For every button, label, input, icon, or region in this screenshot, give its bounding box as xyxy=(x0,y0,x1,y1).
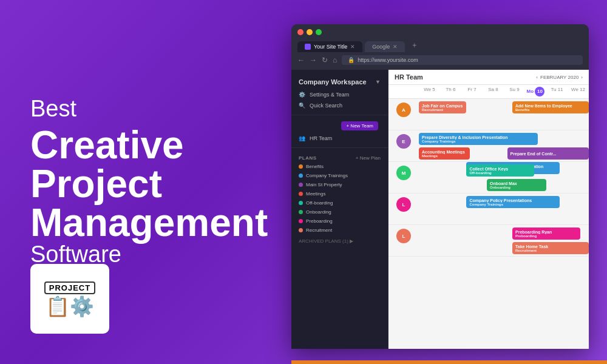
event-block[interactable]: Onboard Max Onboarding xyxy=(487,179,546,191)
calendar-row-content: Collect Office Keys Off-boarding Onboard… xyxy=(419,162,589,193)
plan-color-dot xyxy=(299,192,303,196)
calendar-avatar: L xyxy=(388,194,419,224)
calendar-row-content: Prepare Diversity & Inclusion Presentati… xyxy=(419,130,589,161)
tab-google-close-icon[interactable]: ✕ xyxy=(393,44,398,50)
sidebar-header: Company Workspace ▼ xyxy=(291,75,388,89)
minimize-dot[interactable] xyxy=(307,29,313,35)
plan-item[interactable]: Recruitment xyxy=(291,226,388,235)
plan-item[interactable]: Onboarding xyxy=(291,207,388,217)
calendar-avatar: A xyxy=(388,99,419,130)
event-block[interactable]: Accounting Meetings Meetings xyxy=(419,147,470,160)
headline-line1: Best xyxy=(30,96,261,122)
browser-window: Your Site Title ✕ Google ✕ + ← → ↻ ⌂ 🔒 h… xyxy=(291,24,589,349)
event-block[interactable]: Company Policy Presentations Company Tra… xyxy=(466,196,560,208)
new-tab-button[interactable]: + xyxy=(407,39,421,52)
plan-item[interactable]: Off-boarding xyxy=(291,198,388,207)
calendar-row: A Job Fair on Campus Recruitment Add New… xyxy=(388,99,589,130)
tab-favicon xyxy=(305,44,311,50)
calendar-row: M Collect Office Keys Off-boarding Onboa… xyxy=(388,162,589,194)
event-block[interactable]: Add New Items to Employee Benefits xyxy=(512,101,589,113)
calendar-day-header: Th 6 xyxy=(440,85,461,98)
event-tag: Company Trainings xyxy=(469,203,557,206)
event-tag: Benefits xyxy=(515,108,586,112)
workspace-name: Company Workspace xyxy=(299,78,367,86)
tab-yoursite-label: Your Site Title xyxy=(314,44,347,50)
calendar-day-header: Sa 8 xyxy=(483,85,504,98)
plan-item[interactable]: Benefits xyxy=(291,162,388,171)
forward-button[interactable]: → xyxy=(310,56,317,64)
event-tag: Onboarding xyxy=(490,186,543,189)
plans-section-header: PLANS + New Plan xyxy=(291,152,388,162)
address-bar[interactable]: 🔒 https://www.yoursite.com xyxy=(342,55,583,65)
app-sidebar: Company Workspace ▼ ⚙️ Settings & Team 🔍… xyxy=(291,70,388,349)
event-block[interactable]: Preboarding Ryan Preboarding xyxy=(512,228,580,240)
https-lock-icon: 🔒 xyxy=(348,57,354,63)
event-tag: Recruitment xyxy=(422,108,463,112)
plans-label: PLANS xyxy=(299,155,317,161)
sidebar-item-search[interactable]: 🔍 Quick Search xyxy=(291,100,388,111)
sidebar-item-hrteam[interactable]: 👥 HR Team xyxy=(291,133,388,144)
plan-item[interactable]: Company Trainings xyxy=(291,171,388,180)
next-month-button[interactable]: › xyxy=(581,75,583,80)
calendar-day-header: Su 9 xyxy=(504,85,525,98)
calendar-days-row: We 5Th 6Fr 7Sa 8Su 9Mo 10Tu 11We 12 xyxy=(388,85,589,99)
event-block[interactable]: Prepare End of Contr... xyxy=(507,147,589,160)
close-dot[interactable] xyxy=(297,29,304,35)
plan-color-dot xyxy=(299,174,303,178)
event-tag: Company Trainings xyxy=(422,140,535,143)
app-main: HR Team ‹ FEBRUARY 2020 › We 5Th 6Fr 7Sa… xyxy=(388,70,589,349)
prev-month-button[interactable]: ‹ xyxy=(536,75,538,80)
project-icon-box: PROJECT 📋⚙️ xyxy=(30,264,109,334)
event-block[interactable]: Prepare Diversity & Inclusion Presentati… xyxy=(419,133,538,145)
calendar-day-header: Tu 11 xyxy=(546,85,568,98)
sidebar-item-settings[interactable]: ⚙️ Settings & Team xyxy=(291,89,388,100)
browser-content: Company Workspace ▼ ⚙️ Settings & Team 🔍… xyxy=(291,70,589,349)
event-title: Company Policy Presentations xyxy=(469,198,557,203)
settings-icon: ⚙️ xyxy=(299,92,306,98)
url-display: https://www.yoursite.com xyxy=(358,57,418,63)
team-label: HR Team xyxy=(310,135,332,141)
refresh-button[interactable]: ↻ xyxy=(322,56,328,64)
team-icon: 👥 xyxy=(299,135,306,141)
calendar-row: E Prepare Diversity & Inclusion Presenta… xyxy=(388,130,589,162)
plan-name: Company Trainings xyxy=(306,173,348,178)
calendar-row: L Preboarding Ryan Preboarding Take Home… xyxy=(388,225,589,257)
plan-item[interactable]: Meetings xyxy=(291,189,388,198)
home-button[interactable]: ⌂ xyxy=(333,56,337,64)
event-block[interactable]: Job Fair on Campus Recruitment xyxy=(419,101,466,113)
archived-section[interactable]: ARCHIVED PLANS (1) ▶ xyxy=(291,235,388,248)
event-title: Prepare End of Contr... xyxy=(510,152,586,156)
maximize-dot[interactable] xyxy=(316,29,322,35)
month-label: FEBRUARY 2020 xyxy=(540,75,578,80)
new-plan-button[interactable]: + New Plan xyxy=(356,155,381,161)
project-icon: 📋⚙️ xyxy=(44,297,95,316)
event-block[interactable]: Take Home Task Recruitment xyxy=(512,242,589,254)
new-team-button[interactable]: + New Team xyxy=(341,121,378,130)
plan-color-dot xyxy=(299,183,303,187)
event-title: Collect Office Keys xyxy=(469,167,531,171)
event-title: Add New Items to Employee xyxy=(515,104,586,108)
tab-yoursite[interactable]: Your Site Title ✕ xyxy=(297,41,362,52)
calendar-day-header: We 12 xyxy=(568,85,589,98)
calendar-day-header: Mo 10 xyxy=(525,85,546,98)
avatar-circle: A xyxy=(396,103,411,117)
back-button[interactable]: ← xyxy=(297,56,305,64)
event-block[interactable]: Collect Office Keys Off-boarding xyxy=(466,164,534,177)
archived-label: ARCHIVED PLANS (1) xyxy=(299,238,348,244)
plan-item[interactable]: Main St Property xyxy=(291,180,388,189)
plan-name: Onboarding xyxy=(306,209,331,215)
calendar-body: A Job Fair on Campus Recruitment Add New… xyxy=(388,99,589,349)
event-tag: Recruitment xyxy=(515,249,586,252)
event-title: Prepare Diversity & Inclusion Presentati… xyxy=(422,135,535,140)
calendar-avatar: E xyxy=(388,130,419,161)
event-title: Preboarding Ryan xyxy=(515,230,577,234)
calendar-avatar: L xyxy=(388,225,419,256)
plan-item[interactable]: Preboarding xyxy=(291,217,388,226)
workspace-arrow-icon[interactable]: ▼ xyxy=(375,79,381,85)
tab-google[interactable]: Google ✕ xyxy=(365,41,405,52)
settings-label: Settings & Team xyxy=(310,92,349,98)
tab-close-icon[interactable]: ✕ xyxy=(350,44,355,50)
event-tag: Meetings xyxy=(422,154,467,158)
browser-dots xyxy=(297,29,583,35)
calendar-header: HR Team ‹ FEBRUARY 2020 › xyxy=(388,70,589,85)
